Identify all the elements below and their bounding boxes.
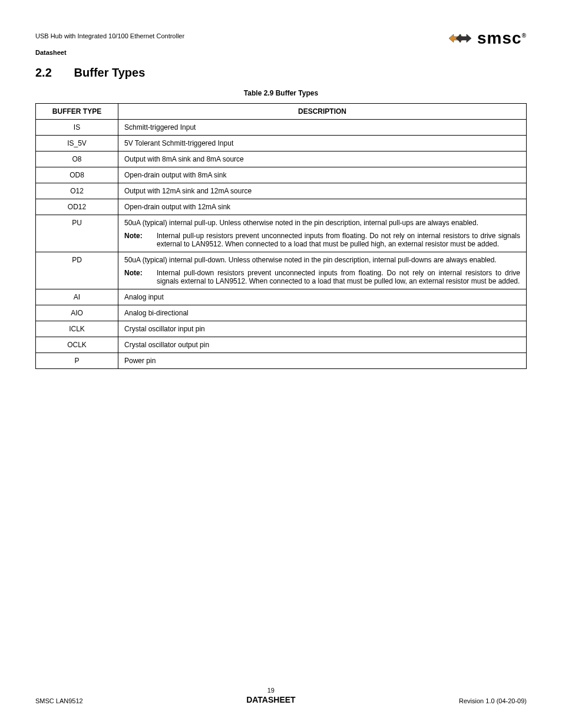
description-cell: Analog bi-directional xyxy=(118,305,527,321)
footer-title: DATASHEET xyxy=(83,695,459,704)
section-heading: 2.2 Buffer Types xyxy=(35,66,527,80)
section-number: 2.2 xyxy=(35,66,71,80)
footer-right: Revision 1.0 (04-20-09) xyxy=(459,697,527,704)
description-text: Open-drain output with 8mA sink xyxy=(124,171,520,179)
col-header-description: DESCRIPTION xyxy=(118,104,527,120)
description-text: Open-drain output with 12mA sink xyxy=(124,203,520,211)
table-row: OCLKCrystal oscillator output pin xyxy=(36,337,527,353)
page-header: USB Hub with Integrated 10/100 Ethernet … xyxy=(35,32,527,65)
table-row: PPower pin xyxy=(36,353,527,369)
table-row: AIOAnalog bi-directional xyxy=(36,305,527,321)
buffer-type-cell: O8 xyxy=(36,151,118,167)
table-row: IS_5V5V Tolerant Schmitt-triggered Input xyxy=(36,136,527,151)
table-row: OD12Open-drain output with 12mA sink xyxy=(36,199,527,215)
table-row: O12Output with 12mA sink and 12mA source xyxy=(36,183,527,199)
footer-left: SMSC LAN9512 xyxy=(35,697,83,704)
description-text: 50uA (typical) internal pull-down. Unles… xyxy=(124,256,520,264)
buffer-type-cell: ICLK xyxy=(36,321,118,337)
description-cell: Crystal oscillator input pin xyxy=(118,321,527,337)
buffer-type-cell: OD12 xyxy=(36,199,118,215)
description-text: Output with 12mA sink and 12mA source xyxy=(124,187,520,195)
description-cell: Open-drain output with 8mA sink xyxy=(118,167,527,183)
buffer-type-cell: PU xyxy=(36,215,118,252)
buffer-type-cell: IS xyxy=(36,120,118,136)
buffer-type-cell: PD xyxy=(36,252,118,289)
note-block: Note:Internal pull-up resistors prevent … xyxy=(124,232,520,248)
description-text: Power pin xyxy=(124,357,520,365)
description-cell: Analog input xyxy=(118,289,527,305)
table-header-row: BUFFER TYPE DESCRIPTION xyxy=(36,104,527,120)
description-cell: Open-drain output with 12mA sink xyxy=(118,199,527,215)
buffer-types-table: BUFFER TYPE DESCRIPTION ISSchmitt-trigge… xyxy=(35,103,527,369)
description-cell: Output with 8mA sink and 8mA source xyxy=(118,151,527,167)
table-row: PU50uA (typical) internal pull-up. Unles… xyxy=(36,215,527,252)
description-cell: Power pin xyxy=(118,353,527,369)
footer-page-number: 19 xyxy=(83,687,459,694)
table-row: ISSchmitt-triggered Input xyxy=(36,120,527,136)
table-caption: Table 2.9 Buffer Types xyxy=(35,89,527,97)
buffer-type-cell: AIO xyxy=(36,305,118,321)
buffer-type-cell: OCLK xyxy=(36,337,118,353)
buffer-type-cell: AI xyxy=(36,289,118,305)
description-text: Analog bi-directional xyxy=(124,309,520,317)
note-text: Internal pull-up resistors prevent uncon… xyxy=(157,232,520,248)
note-label: Note: xyxy=(124,232,157,248)
description-text: Output with 8mA sink and 8mA source xyxy=(124,155,520,163)
description-text: Analog input xyxy=(124,293,520,301)
page-footer: SMSC LAN9512 19 DATASHEET Revision 1.0 (… xyxy=(35,687,527,704)
description-text: 5V Tolerant Schmitt-triggered Input xyxy=(124,139,520,147)
note-label: Note: xyxy=(124,269,157,285)
table-row: O8Output with 8mA sink and 8mA source xyxy=(36,151,527,167)
table-row: OD8Open-drain output with 8mA sink xyxy=(36,167,527,183)
description-cell: Schmitt-triggered Input xyxy=(118,120,527,136)
description-cell: 50uA (typical) internal pull-up. Unless … xyxy=(118,215,527,252)
buffer-type-cell: OD8 xyxy=(36,167,118,183)
brand-logo: smsc® xyxy=(445,29,527,48)
buffer-type-cell: IS_5V xyxy=(36,136,118,151)
note-block: Note:Internal pull-down resistors preven… xyxy=(124,269,520,285)
table-row: AIAnalog input xyxy=(36,289,527,305)
description-text: 50uA (typical) internal pull-up. Unless … xyxy=(124,219,520,227)
table-row: ICLKCrystal oscillator input pin xyxy=(36,321,527,337)
description-text: Crystal oscillator input pin xyxy=(124,325,520,333)
logo-icon xyxy=(445,29,472,47)
logo-text: smsc® xyxy=(477,29,527,48)
description-cell: 50uA (typical) internal pull-down. Unles… xyxy=(118,252,527,289)
description-text: Crystal oscillator output pin xyxy=(124,341,520,349)
buffer-type-cell: P xyxy=(36,353,118,369)
doc-subtitle: USB Hub with Integrated 10/100 Ethernet … xyxy=(35,32,184,39)
description-text: Schmitt-triggered Input xyxy=(124,123,520,131)
doc-label: Datasheet xyxy=(35,49,67,56)
section-title: Buffer Types xyxy=(74,66,146,79)
note-text: Internal pull-down resistors prevent unc… xyxy=(157,269,520,285)
description-cell: Crystal oscillator output pin xyxy=(118,337,527,353)
description-cell: 5V Tolerant Schmitt-triggered Input xyxy=(118,136,527,151)
description-cell: Output with 12mA sink and 12mA source xyxy=(118,183,527,199)
col-header-buffer-type: BUFFER TYPE xyxy=(36,104,118,120)
svg-marker-1 xyxy=(456,34,471,42)
table-row: PD50uA (typical) internal pull-down. Unl… xyxy=(36,252,527,289)
buffer-type-cell: O12 xyxy=(36,183,118,199)
